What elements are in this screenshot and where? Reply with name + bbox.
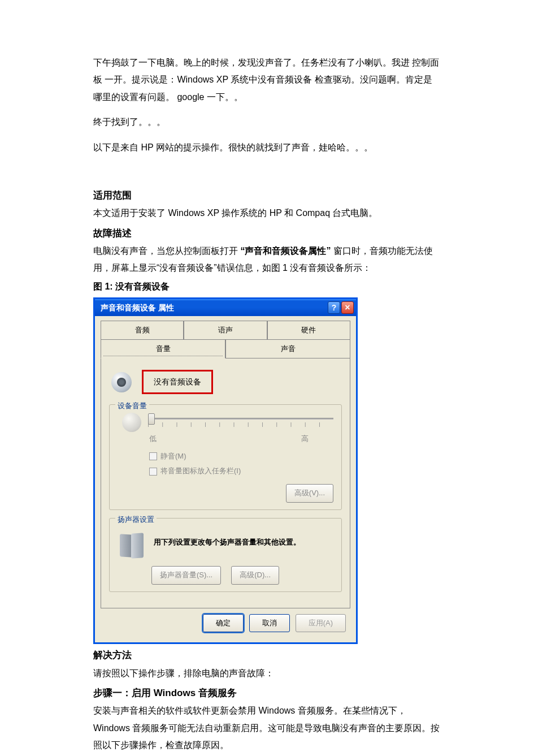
solution-text: 请按照以下操作步骤，排除电脑的声音故障： [93,665,441,682]
speaker-volume-button[interactable]: 扬声器音量(S)... [151,566,221,585]
speaker-settings-text: 用下列设置更改每个扬声器音量和其他设置。 [154,537,301,547]
solution-heading: 解决方法 [93,646,441,664]
low-label: 低 [149,432,157,446]
speakers-icon [118,526,146,558]
no-audio-device-label: 没有音频设备 [142,370,213,394]
advanced-d-button[interactable]: 高级(D)... [231,566,279,585]
apply-button[interactable]: 应用(A) [296,614,346,633]
device-volume-label: 设备音量 [115,399,149,413]
fault-text: 电脑没有声音，当您从控制面板打开 “声音和音频设备属性” 窗口时，音频功能无法使… [93,243,441,277]
intro-paragraph-2: 终于找到了。。。 [93,114,441,131]
help-button[interactable]: ? [328,301,340,314]
tab-sounds[interactable]: 声音 [225,339,350,359]
volume-icon [122,413,141,432]
tray-label: 将音量图标放入任务栏(I) [160,464,241,478]
speaker-settings-label: 扬声器设置 [115,513,157,527]
scope-text: 本文适用于安装了 Windows XP 操作系统的 HP 和 Compaq 台式… [93,205,441,222]
tab-audio[interactable]: 音频 [101,321,184,340]
high-label: 高 [301,432,309,446]
dialog-titlebar[interactable]: 声音和音频设备 属性 ? × [95,299,356,316]
speaker-icon [111,372,132,392]
figure-1-caption: 图 1: 没有音频设备 [93,278,441,295]
tab-volume[interactable]: 音量 [101,339,225,359]
sound-properties-dialog: 声音和音频设备 属性 ? × 音频 语声 硬件 音量 声音 没有音频设备 设备音… [93,297,358,644]
tab-voice[interactable]: 语声 [184,321,267,340]
advanced-v-button[interactable]: 高级(V)... [286,484,333,503]
volume-slider[interactable] [148,414,333,430]
step-one-heading: 步骤一：启用 Windows 音频服务 [93,684,441,702]
tray-checkbox[interactable] [149,468,157,476]
tab-hardware[interactable]: 硬件 [267,321,350,340]
mute-checkbox[interactable] [149,452,157,460]
intro-paragraph-1: 下午捣鼓了一下电脑。晚上的时候，发现没声音了。任务栏没有了小喇叭。我进 控制面板… [93,54,441,106]
cancel-button[interactable]: 取消 [249,614,290,633]
intro-paragraph-3: 以下是来自 HP 网站的提示操作。很快的就找到了声音，娃哈哈。。。 [93,139,441,156]
fault-heading: 故障描述 [93,224,441,243]
mute-label: 静音(M) [160,450,186,464]
dialog-title: 声音和音频设备 属性 [101,300,174,316]
ok-button[interactable]: 确定 [203,614,244,633]
device-volume-group: 设备音量 低 高 静音(M) [109,404,342,510]
close-button[interactable]: × [341,301,354,314]
step-one-text: 安装与声音相关的软件或软件更新会禁用 Windows 音频服务。在某些情况下，W… [93,702,441,754]
scope-heading: 适用范围 [93,187,441,205]
speaker-settings-group: 扬声器设置 用下列设置更改每个扬声器音量和其他设置。 扬声器音量(S)... 高… [109,518,342,592]
